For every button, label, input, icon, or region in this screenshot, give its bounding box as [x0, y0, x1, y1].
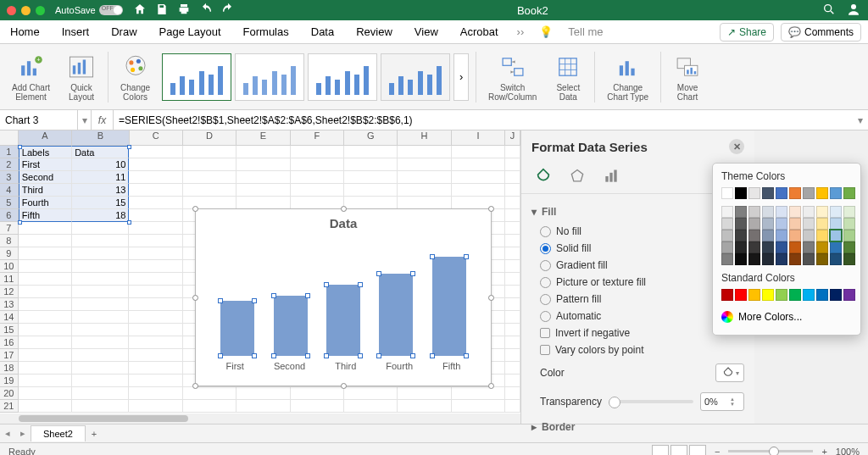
col-header-J[interactable]: J	[505, 130, 520, 146]
cell[interactable]	[505, 247, 520, 260]
color-swatch[interactable]	[816, 218, 828, 230]
row-header-13[interactable]: 13	[0, 298, 19, 311]
cell[interactable]	[129, 375, 182, 387]
cell[interactable]	[344, 158, 398, 171]
border-accordion-header[interactable]: ▸Border	[531, 421, 744, 433]
color-swatch[interactable]	[803, 241, 815, 253]
color-swatch[interactable]	[816, 253, 828, 265]
color-swatch[interactable]	[748, 187, 760, 199]
chart-resize-handle[interactable]	[192, 295, 198, 301]
bar-selection-handle[interactable]	[252, 298, 257, 303]
autosave-toggle[interactable]: AutoSave OFF	[55, 5, 123, 15]
normal-view-button[interactable]	[652, 445, 669, 456]
color-swatch[interactable]	[721, 253, 733, 265]
cell[interactable]	[72, 260, 129, 273]
cell[interactable]	[505, 336, 520, 349]
row-header-5[interactable]: 5	[0, 197, 19, 209]
cell[interactable]	[129, 184, 182, 197]
cell[interactable]	[505, 375, 520, 387]
color-swatch[interactable]	[721, 241, 733, 253]
cell[interactable]	[505, 273, 520, 286]
color-swatch[interactable]	[843, 187, 855, 199]
tell-me-input[interactable]: Tell me	[568, 25, 603, 38]
zoom-out-button[interactable]: −	[715, 447, 720, 456]
bar-selection-handle[interactable]	[376, 271, 381, 276]
color-swatch[interactable]	[762, 289, 774, 301]
cell[interactable]	[19, 387, 72, 400]
cell[interactable]	[72, 400, 129, 413]
color-swatch[interactable]	[803, 218, 815, 230]
pane-close-button[interactable]: ✕	[729, 139, 744, 154]
tab-draw[interactable]: Draw	[108, 22, 140, 42]
cell[interactable]	[183, 184, 236, 197]
color-swatch[interactable]	[830, 230, 842, 241]
cell[interactable]: 13	[72, 184, 129, 197]
color-swatch[interactable]	[816, 241, 828, 253]
cell[interactable]	[505, 311, 520, 324]
bar-selection-handle[interactable]	[324, 282, 329, 287]
color-swatch[interactable]	[748, 241, 760, 253]
change-chart-type-button[interactable]: Change Chart Type	[602, 53, 654, 102]
color-swatch[interactable]	[843, 218, 855, 230]
row-header-11[interactable]: 11	[0, 273, 19, 286]
cell[interactable]	[505, 146, 520, 158]
name-box[interactable]: Chart 3	[0, 110, 78, 130]
cell[interactable]	[19, 400, 72, 413]
row-header-8[interactable]: 8	[0, 235, 19, 247]
chart-style-3[interactable]	[308, 53, 377, 101]
home-icon[interactable]	[133, 3, 147, 19]
cell[interactable]	[452, 197, 505, 209]
cell[interactable]	[236, 400, 290, 413]
color-swatch[interactable]	[816, 187, 828, 199]
color-swatch[interactable]	[843, 230, 855, 241]
cell[interactable]: Fifth	[19, 209, 72, 222]
color-swatch[interactable]	[830, 187, 842, 199]
cell[interactable]	[129, 260, 182, 273]
color-swatch[interactable]	[776, 187, 787, 199]
col-header-I[interactable]: I	[452, 130, 505, 146]
bar-selection-handle[interactable]	[430, 254, 435, 259]
cell[interactable]	[236, 146, 290, 158]
cell[interactable]	[398, 171, 451, 184]
color-swatch[interactable]	[721, 187, 733, 199]
color-swatch[interactable]	[789, 253, 801, 265]
color-swatch[interactable]	[776, 218, 787, 230]
cell[interactable]	[236, 171, 290, 184]
cell[interactable]: Fourth	[19, 197, 72, 209]
add-chart-element-button[interactable]: + Add Chart Element	[7, 53, 55, 102]
cell[interactable]	[19, 324, 72, 336]
color-swatch[interactable]	[830, 241, 842, 253]
effects-tab-icon[interactable]	[565, 166, 589, 186]
save-icon[interactable]	[155, 3, 169, 19]
range-handle[interactable]	[18, 220, 22, 225]
cell[interactable]	[183, 197, 236, 209]
cell[interactable]	[398, 158, 451, 171]
tab-page-layout[interactable]: Page Layout	[156, 22, 225, 42]
cell[interactable]	[72, 362, 129, 375]
cell[interactable]	[398, 146, 451, 158]
comments-button[interactable]: 💬Comments	[781, 23, 861, 42]
chart-resize-handle[interactable]	[192, 206, 198, 212]
zoom-level[interactable]: 100%	[836, 447, 860, 456]
cell[interactable]	[19, 260, 72, 273]
color-swatch[interactable]	[762, 230, 774, 241]
chart-resize-handle[interactable]	[488, 206, 494, 212]
tab-data[interactable]: Data	[308, 22, 337, 42]
chart-bar[interactable]	[432, 257, 466, 356]
color-swatch[interactable]	[721, 206, 733, 218]
tab-acrobat[interactable]: Acrobat	[457, 22, 502, 42]
cell[interactable]	[291, 146, 344, 158]
cell[interactable]	[19, 349, 72, 362]
cell[interactable]	[344, 387, 398, 400]
row-header-20[interactable]: 20	[0, 387, 19, 400]
tab-insert[interactable]: Insert	[58, 22, 93, 42]
color-swatch[interactable]	[735, 289, 747, 301]
maximize-window-button[interactable]	[36, 6, 45, 15]
range-handle[interactable]	[18, 145, 22, 149]
color-swatch[interactable]	[830, 289, 842, 301]
cell[interactable]	[344, 197, 398, 209]
stepper-down-icon[interactable]: ▼	[730, 402, 740, 407]
color-swatch[interactable]	[721, 218, 733, 230]
add-sheet-button[interactable]: +	[86, 429, 103, 439]
cell[interactable]	[183, 387, 236, 400]
